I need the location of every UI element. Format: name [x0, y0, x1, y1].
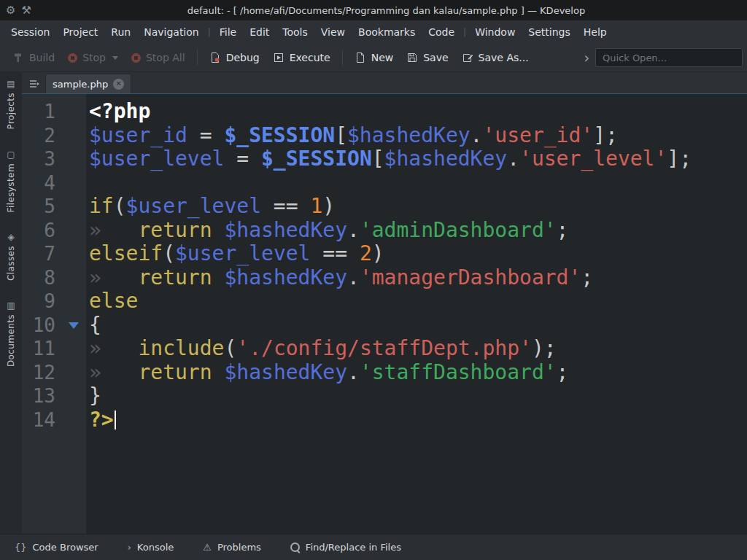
code-line[interactable]: } — [89, 384, 747, 408]
stop-button[interactable]: Stop — [61, 47, 125, 69]
line-number[interactable]: 6 — [22, 219, 86, 243]
menu-item-code[interactable]: Code — [422, 26, 461, 38]
code-editor[interactable]: 1234567891011121314 <?php$user_id = $_SE… — [22, 94, 747, 534]
build-button[interactable]: Build — [6, 47, 61, 69]
menu-item-settings[interactable]: Settings — [522, 26, 576, 38]
code-line[interactable]: if($user_level == 1) — [89, 195, 747, 219]
line-number[interactable]: 10 — [22, 314, 86, 338]
code-line[interactable]: $user_level = $_SESSION[$hashedKey.'user… — [89, 147, 747, 171]
line-number[interactable]: 11 — [22, 337, 86, 361]
new-button[interactable]: New — [348, 47, 400, 69]
line-number[interactable]: 2 — [22, 124, 86, 148]
line-number[interactable]: 3 — [22, 147, 86, 171]
text-cursor — [115, 411, 116, 429]
code-area[interactable]: <?php$user_id = $_SESSION[$hashedKey.'us… — [86, 94, 747, 534]
menu-item-project[interactable]: Project — [56, 26, 104, 38]
code-line[interactable]: { — [89, 314, 747, 338]
menu-item-file[interactable]: File — [213, 26, 243, 38]
tool-button-find-replace-in-files[interactable]: Find/Replace in Files — [283, 538, 409, 557]
toolbar: Build Stop Stop All Debug Execute — [0, 44, 747, 72]
debug-icon — [209, 52, 221, 63]
code-token: [ — [372, 147, 384, 171]
toolbar-separator — [197, 50, 198, 66]
menu-item-edit[interactable]: Edit — [243, 26, 276, 38]
code-token: ]; — [593, 123, 618, 147]
gutter: 1234567891011121314 — [22, 94, 86, 534]
classes-icon: ◈ — [7, 233, 14, 241]
menu-item-view[interactable]: View — [314, 26, 352, 38]
dock-tab-documents[interactable]: ▥Documents — [6, 301, 16, 367]
toolbar-button-label: Debug — [226, 52, 260, 63]
dock-tab-label: Filesystem — [6, 163, 16, 212]
chevron-down-icon[interactable] — [112, 56, 118, 60]
execute-button[interactable]: Execute — [266, 47, 337, 69]
dock-tab-projects[interactable]: ▤Projects — [6, 79, 16, 130]
line-number[interactable]: 4 — [22, 171, 86, 195]
code-token: 'adminDashboard' — [360, 218, 557, 242]
tool-button-label: Find/Replace in Files — [306, 542, 401, 553]
dock-tab-filesystem[interactable]: ▢Filesystem — [6, 150, 16, 212]
toolbar-overflow-chevron[interactable]: › — [581, 50, 592, 66]
line-number[interactable]: 13 — [22, 384, 86, 408]
line-number[interactable]: 8 — [22, 266, 86, 290]
code-token: » — [89, 360, 138, 384]
code-line[interactable]: ?> — [89, 408, 747, 432]
code-line[interactable]: elseif($user_level == 2) — [89, 242, 747, 266]
debug-button[interactable]: Debug — [203, 47, 266, 69]
code-token: = — [224, 147, 261, 171]
toolbar-separator — [342, 50, 343, 66]
warning-icon: ⚠ — [203, 542, 212, 552]
code-line[interactable]: » return $hashedKey.'staffDashboard'; — [89, 361, 747, 385]
quick-open-input[interactable]: Quick Open... — [595, 48, 743, 67]
tab-label: sample.php — [53, 79, 108, 90]
tool-button-konsole[interactable]: ›Konsole — [120, 538, 182, 557]
code-line[interactable]: » return $hashedKey.'adminDashboard'; — [89, 219, 747, 243]
code-token: <?php — [89, 99, 150, 123]
dock-tab-label: Classes — [6, 246, 16, 281]
stop-icon — [68, 53, 77, 63]
dock-tab-classes[interactable]: ◈Classes — [6, 233, 16, 281]
fold-marker-icon[interactable] — [69, 322, 79, 329]
menu-item-window[interactable]: Window — [468, 26, 522, 38]
code-token: ; — [557, 218, 569, 242]
line-number[interactable]: 14 — [22, 408, 86, 432]
line-number[interactable]: 1 — [22, 100, 86, 124]
line-number[interactable]: 7 — [22, 242, 86, 266]
line-number[interactable]: 12 — [22, 361, 86, 385]
code-token: ( — [114, 194, 126, 218]
tool-button-problems[interactable]: ⚠Problems — [196, 538, 268, 557]
line-number[interactable]: 9 — [22, 289, 86, 314]
close-icon[interactable]: ✕ — [113, 79, 124, 90]
code-line[interactable]: » return $hashedKey.'managerDashboard'; — [89, 266, 747, 290]
menu-item-tools[interactable]: Tools — [276, 26, 314, 38]
menu-item-bookmarks[interactable]: Bookmarks — [352, 26, 422, 38]
menu-item-help[interactable]: Help — [577, 26, 614, 38]
content-row: ▤Projects▢Filesystem◈Classes▥Documents s… — [0, 72, 747, 534]
save-icon — [406, 52, 418, 63]
toolbar-button-label: Save As... — [479, 52, 529, 63]
menu-item-session[interactable]: Session — [4, 26, 56, 38]
stop-all-button[interactable]: Stop All — [125, 47, 192, 69]
menu-item-run[interactable]: Run — [104, 26, 137, 38]
code-line[interactable]: $user_id = $_SESSION[$hashedKey.'user_id… — [89, 124, 747, 148]
code-token: ; — [581, 265, 593, 289]
code-token: ) — [372, 241, 384, 265]
menu-item-navigation[interactable]: Navigation — [137, 26, 206, 38]
tool-button-code-browser[interactable]: {}Code Browser — [7, 538, 106, 557]
save-as-button[interactable]: Save As... — [455, 47, 535, 69]
tab-sample-php[interactable]: sample.php ✕ — [45, 74, 131, 93]
stop-all-icon — [131, 53, 141, 63]
save-button[interactable]: Save — [400, 47, 454, 69]
code-line[interactable]: else — [89, 289, 747, 314]
line-number[interactable]: 5 — [22, 195, 86, 219]
code-token: $user_level — [175, 241, 310, 265]
code-line[interactable] — [89, 171, 747, 195]
code-line[interactable]: <?php — [89, 100, 747, 124]
code-token: = — [187, 123, 225, 147]
code-token: } — [89, 384, 101, 408]
braces-icon: {} — [15, 542, 27, 552]
menubar: SessionProjectRunNavigation|FileEditTool… — [0, 20, 747, 44]
code-line[interactable]: » include('./config/staffDept.php'); — [89, 337, 747, 361]
tab-switcher-button[interactable] — [25, 74, 44, 93]
tool-button-label: Problems — [217, 542, 261, 553]
